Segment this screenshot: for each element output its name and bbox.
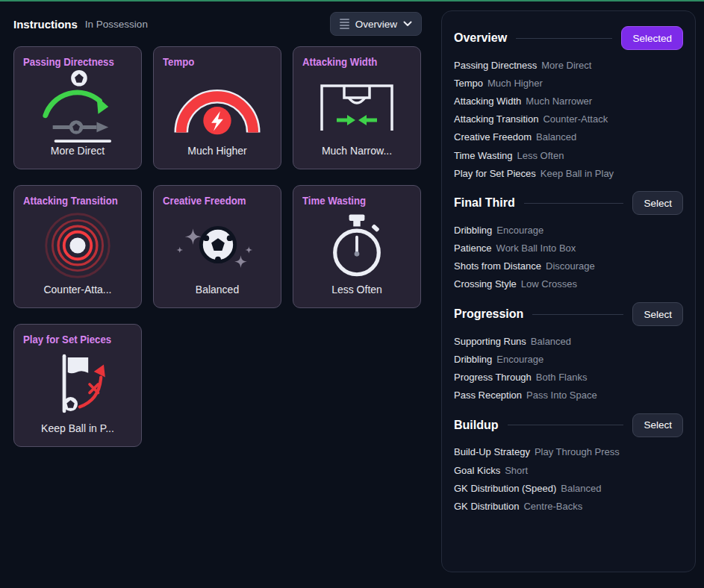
summary-row: Pass ReceptionPass Into Space [454, 387, 683, 404]
card-title: Play for Set Pieces [23, 333, 119, 345]
row-value: Centre-Backs [523, 501, 582, 512]
row-label: Goal Kicks [454, 465, 500, 476]
passing-directness-icon [23, 68, 132, 145]
card-value: Much Narrow... [302, 145, 411, 160]
row-label: GK Distribution [454, 501, 519, 512]
row-value: Much Higher [487, 78, 543, 89]
section-title: Overview [454, 31, 507, 45]
buildup-select-button[interactable]: Select [632, 413, 683, 437]
summary-row: DribblingEncourage [454, 221, 683, 239]
row-value: Encourage [496, 225, 543, 236]
section-header: Progression Select [454, 301, 683, 328]
row-label: Build-Up Strategy [454, 446, 530, 457]
row-value: Discourage [546, 260, 595, 272]
summary-row: DribblingEncourage [454, 350, 683, 368]
summary-row: Supporting RunsBalanced [454, 332, 683, 350]
divider-line [532, 314, 623, 315]
card-value: Less Often [302, 284, 411, 298]
row-label: Supporting Runs [454, 336, 526, 347]
summary-row: GK DistributionCentre-Backs [454, 497, 683, 515]
section-header: Buildup Select [454, 412, 683, 439]
row-value: Less Often [517, 150, 564, 161]
row-value: Play Through Press [535, 446, 620, 457]
attacking-width-icon [302, 68, 411, 145]
row-label: Shots from Distance [454, 260, 541, 272]
top-accent-bar [0, 0, 704, 1]
summary-row: Attacking WidthMuch Narrower [454, 92, 683, 110]
view-mode-label: Overview [355, 19, 397, 30]
row-value: Keep Ball in Play [541, 168, 614, 179]
list-view-icon [340, 19, 349, 29]
summary-row: GK Distribution (Speed)Balanced [454, 479, 683, 497]
card-passing-directness[interactable]: Passing Directness More Direct [13, 46, 142, 169]
section-title: Progression [454, 307, 523, 321]
summary-row: Passing DirectnessMore Direct [454, 56, 683, 74]
card-attacking-width[interactable]: Attacking Width Much Narrow... [293, 46, 421, 169]
page-title: Instructions [13, 18, 78, 31]
row-value: More Direct [541, 60, 591, 71]
summary-row: TempoMuch Higher [454, 74, 683, 92]
tempo-gauge-icon [163, 68, 272, 145]
final-third-select-button[interactable]: Select [632, 191, 683, 215]
summary-row: Goal KicksShort [454, 461, 683, 479]
row-label: GK Distribution (Speed) [454, 483, 556, 494]
instructions-area: Instructions In Possession Overview Pass… [13, 12, 422, 447]
card-play-for-set-pieces[interactable]: Play for Set Pieces Keep Ball in P... [13, 324, 142, 447]
card-value: Balanced [163, 284, 272, 298]
summary-row: Crossing StyleLow Crosses [454, 275, 683, 293]
card-title: Time Wasting [302, 194, 398, 207]
card-tempo[interactable]: Tempo Much Higher [153, 46, 281, 169]
section-final-third: Final Third Select DribblingEncourage Pa… [454, 190, 683, 293]
section-overview: Overview Selected Passing DirectnessMore… [454, 25, 683, 182]
summary-row: Attacking TransitionCounter-Attack [454, 110, 683, 128]
instruction-cards-grid: Passing Directness More Direct Tempo [13, 46, 422, 447]
row-label: Passing Directness [454, 60, 537, 71]
row-label: Patience [454, 243, 492, 254]
row-label: Time Wasting [454, 150, 513, 161]
creative-freedom-icon [163, 207, 272, 284]
row-value: Much Narrower [526, 96, 592, 107]
row-label: Dribbling [454, 354, 492, 365]
instructions-summary-panel: Overview Selected Passing DirectnessMore… [441, 10, 696, 572]
card-value: Keep Ball in P... [23, 422, 132, 437]
divider-line [508, 425, 624, 425]
card-title: Tempo [163, 55, 258, 68]
card-title: Attacking Transition [23, 194, 119, 207]
section-buildup: Buildup Select Build-Up StrategyPlay Thr… [454, 412, 683, 516]
row-value: Balanced [531, 336, 571, 347]
progression-select-button[interactable]: Select [632, 302, 683, 326]
row-value: Both Flanks [536, 372, 588, 383]
row-label: Dribbling [454, 225, 492, 236]
card-creative-freedom[interactable]: Creative Freedom Balanced [153, 185, 281, 308]
row-value: Low Crosses [521, 278, 577, 290]
row-value: Balanced [561, 483, 601, 494]
row-label: Pass Reception [454, 390, 522, 401]
card-title: Attacking Width [302, 55, 398, 68]
row-label: Crossing Style [454, 278, 517, 290]
page-subtitle: In Possession [85, 19, 148, 30]
row-value: Pass Into Space [526, 390, 597, 401]
card-value: Much Higher [163, 145, 272, 160]
section-title: Buildup [454, 419, 499, 432]
card-title: Passing Directness [23, 55, 119, 68]
overview-selected-button[interactable]: Selected [621, 26, 683, 50]
row-label: Attacking Width [454, 96, 521, 107]
row-value: Short [505, 465, 528, 476]
view-mode-dropdown[interactable]: Overview [330, 12, 422, 36]
summary-row: Build-Up StrategyPlay Through Press [454, 443, 683, 461]
stopwatch-icon [302, 207, 411, 284]
card-title: Creative Freedom [163, 194, 258, 207]
section-progression: Progression Select Supporting RunsBalanc… [454, 301, 683, 404]
row-label: Progress Through [454, 372, 532, 383]
summary-row: Play for Set PiecesKeep Ball in Play [454, 164, 683, 182]
row-label: Creative Freedom [454, 131, 532, 143]
summary-row: Shots from DistanceDiscourage [454, 257, 683, 275]
card-time-wasting[interactable]: Time Wasting Less Often [293, 185, 421, 308]
row-value: Work Ball Into Box [496, 243, 576, 254]
row-value: Encourage [496, 354, 543, 365]
summary-row: PatienceWork Ball Into Box [454, 240, 683, 257]
card-attacking-transition[interactable]: Attacking Transition Counter-Atta... [13, 185, 142, 308]
divider-line [516, 38, 612, 39]
summary-row: Creative FreedomBalanced [454, 128, 683, 146]
corner-flag-icon [23, 345, 132, 422]
